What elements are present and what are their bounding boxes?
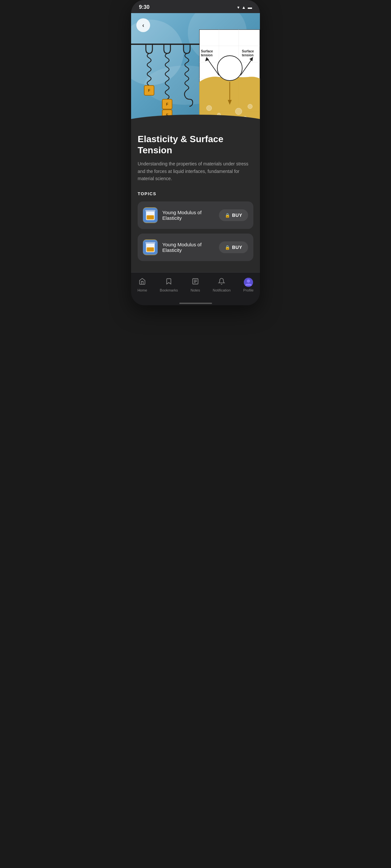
svg-rect-40 — [146, 242, 155, 244]
home-indicator — [131, 300, 260, 305]
svg-text:F: F — [148, 88, 150, 92]
topics-label: TOPICS — [138, 191, 253, 196]
profile-avatar — [244, 278, 253, 287]
battery-icon: ▬ — [248, 5, 252, 10]
svg-point-29 — [248, 104, 252, 109]
phone-container: 9:30 ▾ ▲ ▬ ‹ F — [131, 0, 260, 305]
content-area: Elasticity & Surface Tension Understandi… — [131, 124, 260, 272]
buy-button-1[interactable]: 🔒 BUY — [219, 209, 248, 221]
buy-label-1: BUY — [232, 213, 242, 218]
nav-label-bookmarks: Bookmarks — [160, 288, 178, 292]
lock-icon-2: 🔒 — [225, 245, 230, 250]
notification-icon — [218, 278, 225, 287]
topic-card-2: Young Modulus of Elasticity 🔒 BUY — [138, 234, 253, 261]
home-icon — [139, 278, 146, 287]
home-bar — [179, 303, 212, 304]
svg-rect-35 — [146, 210, 155, 212]
topic-icon-2 — [143, 240, 158, 255]
lock-icon-1: 🔒 — [225, 213, 230, 218]
topic-icon-1 — [143, 207, 158, 223]
buy-label-2: BUY — [232, 245, 242, 250]
nav-item-notification[interactable]: Notification — [209, 276, 234, 293]
nav-item-notes[interactable]: Notes — [186, 276, 204, 293]
status-time: 9:30 — [139, 4, 149, 10]
topic-name-1: Young Modulus of Elasticity — [162, 210, 219, 221]
svg-text:tension: tension — [201, 53, 213, 57]
status-bar: 9:30 ▾ ▲ ▬ — [131, 0, 260, 13]
svg-point-46 — [247, 279, 250, 283]
svg-text:F: F — [166, 102, 169, 106]
topic-card-1: Young Modulus of Elasticity 🔒 BUY — [138, 202, 253, 229]
topic-name-2: Young Modulus of Elasticity — [162, 242, 219, 253]
svg-point-15 — [217, 56, 242, 81]
surface-tension-illustration: Surface tension Surface tension — [199, 29, 260, 124]
svg-text:tension: tension — [242, 53, 254, 57]
chapter-title: Elasticity & Surface Tension — [138, 134, 253, 156]
topic-card-left-1: Young Modulus of Elasticity — [143, 207, 219, 223]
svg-point-26 — [207, 105, 212, 111]
nav-label-notification: Notification — [213, 288, 231, 292]
svg-text:Surface: Surface — [242, 50, 254, 53]
back-chevron-icon: ‹ — [142, 22, 144, 28]
nav-item-profile[interactable]: Profile — [239, 276, 257, 293]
hero-area: ‹ F — [131, 13, 260, 124]
topic-card-left-2: Young Modulus of Elasticity — [143, 240, 219, 255]
svg-rect-39 — [147, 248, 153, 251]
status-icons: ▾ ▲ ▬ — [237, 5, 252, 10]
buy-button-2[interactable]: 🔒 BUY — [219, 241, 248, 253]
notes-icon — [192, 278, 199, 287]
wifi-icon: ▾ — [237, 5, 240, 10]
svg-rect-34 — [147, 216, 153, 219]
nav-label-home: Home — [137, 288, 147, 292]
chapter-description: Understanding the properties of material… — [138, 160, 253, 182]
nav-label-profile: Profile — [243, 288, 253, 292]
svg-point-28 — [235, 108, 242, 115]
svg-text:Surface: Surface — [201, 50, 213, 53]
back-button[interactable]: ‹ — [136, 18, 150, 32]
bookmarks-icon — [165, 278, 172, 287]
bottom-nav: Home Bookmarks Notes — [131, 272, 260, 300]
nav-item-bookmarks[interactable]: Bookmarks — [156, 276, 182, 293]
nav-label-notes: Notes — [190, 288, 200, 292]
nav-item-home[interactable]: Home — [133, 276, 151, 293]
signal-icon: ▲ — [242, 5, 246, 10]
